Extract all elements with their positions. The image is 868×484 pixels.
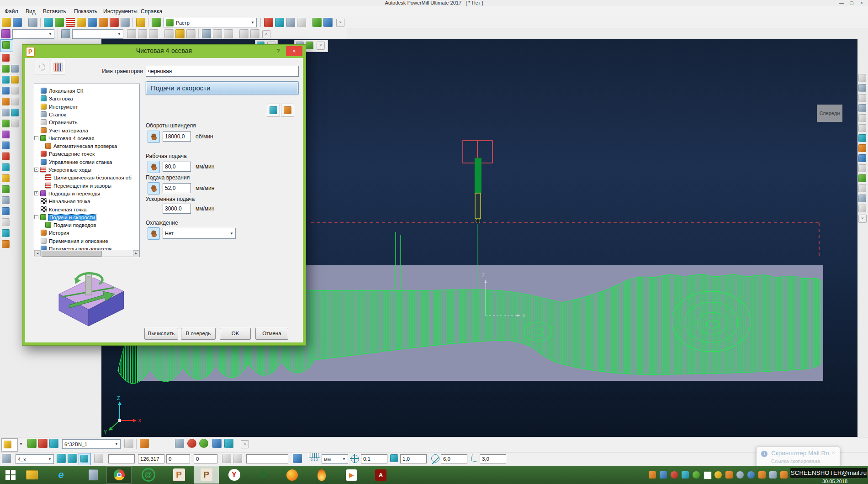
queue-button[interactable]: В очередь xyxy=(181,328,216,340)
collapse-icon[interactable] xyxy=(34,168,38,172)
calculator-icon[interactable] xyxy=(297,18,306,27)
taskbar-explorer[interactable] xyxy=(19,466,44,484)
list-icon[interactable] xyxy=(222,454,231,463)
tree-horizontal-scrollbar[interactable] xyxy=(34,250,139,257)
taskbar-powermill-2-active[interactable]: P xyxy=(194,466,219,484)
tree-item-stock-engagement[interactable]: Учёт материала xyxy=(34,126,140,134)
x-axis-icon[interactable] xyxy=(57,454,66,463)
sheet2-icon[interactable] xyxy=(149,29,158,38)
menu-insert[interactable]: Вставить xyxy=(41,8,68,15)
z-axis-toggle[interactable] xyxy=(79,453,91,465)
tray-flower-icon[interactable] xyxy=(715,471,722,479)
globe-icon[interactable] xyxy=(858,154,866,162)
magnifier-icon[interactable] xyxy=(858,134,866,142)
tree-item-moves-clearances[interactable]: Перемещения и зазоры xyxy=(34,182,140,189)
workplane-edit-icon[interactable] xyxy=(1,29,11,38)
toolbar-block-icon[interactable] xyxy=(55,18,64,27)
left-icon-12[interactable] xyxy=(11,120,19,127)
left-icon-13[interactable] xyxy=(2,131,10,138)
right-toolbar-close-icon[interactable] xyxy=(858,215,867,223)
rapid-feed-input[interactable] xyxy=(163,204,191,214)
left-icon-23[interactable] xyxy=(2,240,10,248)
fragment2-icon-b[interactable] xyxy=(306,42,313,49)
hatch-icon[interactable] xyxy=(312,18,322,27)
tree-item-auto-check[interactable]: Автоматическая проверка xyxy=(34,142,140,150)
points-icon[interactable] xyxy=(110,18,119,27)
binoculars-icon[interactable] xyxy=(323,18,333,27)
status-long-field[interactable] xyxy=(246,454,288,463)
menu-tools[interactable]: Инструменты xyxy=(101,8,139,15)
menu-file[interactable]: Файл xyxy=(3,8,20,15)
taskbar-acrobat[interactable]: A xyxy=(368,466,393,484)
calculate-button[interactable]: Вычислить xyxy=(144,328,178,340)
eraser-icon[interactable] xyxy=(127,29,136,38)
tray-volume-icon[interactable] xyxy=(780,471,788,479)
left-icon-6[interactable] xyxy=(11,87,19,95)
tray-icon-4[interactable] xyxy=(682,471,689,479)
taskbar-firefox[interactable] xyxy=(280,466,305,484)
toast-close-icon[interactable]: × xyxy=(832,450,835,455)
view-toolbar-icon-9[interactable] xyxy=(858,184,866,192)
left-icon-21[interactable] xyxy=(2,218,10,226)
explorer-selected-item[interactable] xyxy=(0,39,13,52)
print-icon[interactable] xyxy=(28,18,37,27)
tray-monitor-icon[interactable] xyxy=(769,471,777,479)
folder-transfer-icon[interactable] xyxy=(121,18,130,27)
collapse-icon[interactable] xyxy=(34,136,38,140)
thickness-field[interactable]: 1,0 xyxy=(400,454,427,463)
hand-w-icon[interactable] xyxy=(136,18,145,27)
units-combo[interactable]: мм xyxy=(322,454,348,464)
toolpath-name-input[interactable] xyxy=(146,66,299,77)
tree-item-cylinder-safe[interactable]: Цилиндрическая безопасная об xyxy=(34,174,140,181)
strategy-combo[interactable]: Растр xyxy=(164,18,257,27)
save-project-icon[interactable] xyxy=(186,29,196,38)
left-icon-4[interactable] xyxy=(11,76,19,84)
tree-item-point-distribution[interactable]: Размещение точек xyxy=(34,150,140,158)
tray-envelope-icon[interactable] xyxy=(704,471,712,479)
view-toolbar-icon-1[interactable] xyxy=(858,74,866,82)
cursor2-icon[interactable] xyxy=(858,205,866,212)
tree-item-start-point[interactable]: Начальная точка xyxy=(34,197,140,205)
menu-view[interactable]: Вид xyxy=(24,8,37,15)
tray-alert-icon[interactable] xyxy=(671,471,678,479)
blocks-icon[interactable] xyxy=(293,454,302,463)
preview-icon-button[interactable] xyxy=(51,60,65,74)
toolpath-sim-icon[interactable] xyxy=(49,439,58,448)
tree-item-strategy[interactable]: Чистовая 4-осевая xyxy=(34,134,140,142)
left-icon-14[interactable] xyxy=(2,142,10,149)
feeds-from-toolpath-button[interactable] xyxy=(267,104,280,117)
draw-pencil-icon[interactable] xyxy=(212,439,222,448)
left-icon-3[interactable] xyxy=(2,76,10,84)
save-icon[interactable] xyxy=(13,18,22,27)
axes-tile-icon[interactable] xyxy=(175,439,184,448)
left-icon-20[interactable] xyxy=(2,207,10,215)
tolerance-field[interactable]: 0,1 xyxy=(361,454,387,463)
taskbar-media-player[interactable]: ▶ xyxy=(339,466,364,484)
left-icon-8[interactable] xyxy=(11,98,19,105)
mail-icon[interactable] xyxy=(44,18,53,27)
fragment2-close-icon[interactable] xyxy=(317,42,325,50)
tool-icon[interactable] xyxy=(77,18,86,27)
nc-program-icon[interactable] xyxy=(152,18,161,27)
left-icon-10[interactable] xyxy=(11,109,19,116)
toolpath-verify-icon[interactable] xyxy=(264,18,273,27)
spindle-speed-input[interactable] xyxy=(163,132,191,142)
workplane-status-combo[interactable]: 4_x xyxy=(16,454,54,464)
left-icon-19[interactable] xyxy=(2,196,10,204)
grid-icon[interactable] xyxy=(239,29,249,38)
toolpath-stats-icon[interactable] xyxy=(275,18,284,27)
plunge-feed-override-button[interactable] xyxy=(148,182,160,195)
tree-item-block[interactable]: Заготовка xyxy=(34,95,140,102)
grid-status-icon[interactable] xyxy=(94,454,103,463)
diameter-field[interactable]: 6,0 xyxy=(441,454,467,463)
scroll-right-icon[interactable] xyxy=(133,250,139,256)
left-icon-15[interactable] xyxy=(2,153,10,160)
rotate-tool-icon[interactable] xyxy=(140,439,149,448)
level-icon[interactable] xyxy=(61,29,70,38)
tree-item-end-point[interactable]: Конечная точка xyxy=(34,205,140,213)
cutting-feed-input[interactable] xyxy=(163,162,191,172)
left-icon-5[interactable] xyxy=(2,87,10,95)
taskbar-torch-app[interactable] xyxy=(309,466,334,484)
table-icon[interactable] xyxy=(286,18,295,27)
tree-item-lead-feeds[interactable]: Подачи подводов xyxy=(34,221,140,229)
